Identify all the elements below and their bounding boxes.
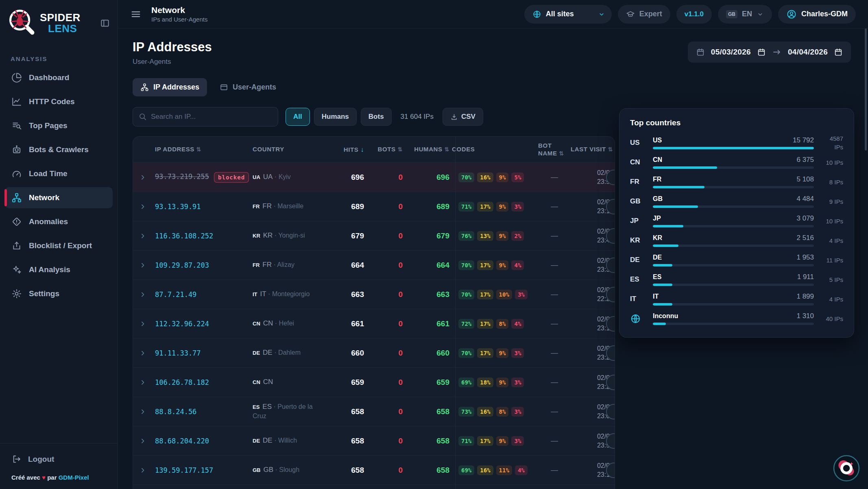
ip-address-link[interactable]: 112.32.96.224 (155, 320, 209, 328)
row-expand-chevron[interactable] (139, 203, 147, 211)
code-badge-redirect: 17% (477, 202, 493, 212)
sidebar-item-top-pages[interactable]: Top Pages (5, 115, 113, 136)
country-code-badge: IT (253, 291, 257, 297)
row-expand-chevron[interactable] (139, 232, 147, 240)
country-cell: DEDE · Dahlem (253, 348, 332, 357)
sidebar-item-label: Load Time (29, 169, 68, 178)
hamburger-menu-icon[interactable] (130, 9, 142, 20)
bot-name-value: — (538, 231, 571, 240)
country-cell: FRFR · Alizay (253, 260, 332, 269)
ip-address-link[interactable]: 106.26.78.182 (155, 378, 209, 386)
bot-name-value: — (538, 202, 571, 211)
country-bar-fill (653, 323, 666, 325)
tab-user-agents[interactable]: User-Agents (212, 78, 284, 96)
row-expand-chevron[interactable] (139, 290, 147, 299)
code-badge-redirect: 17% (477, 436, 493, 446)
country-code-badge: ES (253, 404, 260, 410)
sidebar-item-bots-crawlers[interactable]: Bots & Crawlers (5, 139, 113, 160)
sidebar-item-http-codes[interactable]: HTTP Codes (5, 91, 113, 112)
col-header-bots[interactable]: BOTS⇅ (366, 146, 405, 153)
col-header-ip-address[interactable]: IP ADDRESS⇅ (155, 146, 253, 153)
ip-address-link[interactable]: 91.11.33.77 (155, 349, 201, 357)
sidebar-collapse-icon[interactable] (100, 18, 110, 28)
assistant-floating-button[interactable] (833, 455, 860, 482)
gdm-pixel-link[interactable]: GDM-Pixel (59, 474, 89, 481)
col-header-last-visit[interactable]: LAST VISIT⇅ (571, 146, 614, 153)
ip-address-link[interactable]: 93.13.39.91 (155, 203, 201, 211)
filter-button-humans[interactable]: Humans (314, 108, 357, 126)
calendar-icon[interactable] (834, 48, 843, 57)
country-bar-fill (653, 166, 717, 169)
country-cell: UAUA · Kyiv (253, 172, 332, 181)
ip-address-link[interactable]: 88.8.24.56 (155, 408, 196, 416)
col-header-humans[interactable]: HUMANS⇅ (405, 146, 452, 153)
col-header-hits[interactable]: HITS↓ (332, 146, 366, 154)
country-cell: CNCN · Hefei (253, 319, 332, 328)
country-hits-value: 1 953 (796, 253, 814, 262)
ip-cell: 91.11.33.77 (155, 349, 253, 357)
country-code: IT (260, 290, 266, 298)
row-expand-chevron[interactable] (139, 261, 147, 269)
ip-address-link[interactable]: 88.68.204.220 (155, 437, 209, 445)
col-header-bot-name[interactable]: BOT NAME⇅ (538, 142, 571, 157)
country-cell: DEDE · Willich (253, 436, 332, 445)
codes-cell: 70%17%10%3% (452, 290, 538, 299)
country-name: DE (653, 254, 662, 261)
logout-button[interactable]: Logout (5, 449, 113, 469)
sidebar-item-dashboard[interactable]: Dashboard (5, 67, 113, 88)
sidebar-item-anomalies[interactable]: Anomalies (5, 211, 113, 232)
network-icon (11, 192, 22, 203)
row-expand-chevron[interactable] (139, 320, 147, 328)
city-name: · Montegiorgio (266, 290, 310, 297)
sidebar-item-blocklist-export[interactable]: Blocklist / Export (5, 235, 113, 256)
row-expand-chevron[interactable] (139, 408, 147, 416)
ip-address-link[interactable]: 87.7.21.49 (155, 290, 196, 299)
table-header-row: IP ADDRESS⇅COUNTRYHITS↓BOTS⇅HUMANS⇅CODES… (133, 137, 615, 163)
code-badge-success: 71% (458, 436, 474, 446)
ip-address-link[interactable]: 93.73.219.255 (155, 172, 209, 181)
sidebar-item-load-time[interactable]: Load Time (5, 163, 113, 184)
site-selector[interactable]: All sites (524, 5, 612, 24)
country-bar-track (653, 166, 814, 169)
sparkles-icon (11, 264, 22, 275)
country-code-badge: CN (253, 379, 260, 385)
row-expand-chevron[interactable] (139, 378, 147, 386)
blocked-badge: blocked (214, 172, 249, 183)
filter-button-all[interactable]: All (286, 108, 310, 126)
city-name: · Willich (273, 437, 297, 444)
date-from-field[interactable]: 05/03/2026 (711, 48, 751, 57)
row-expand-chevron[interactable] (139, 349, 147, 357)
date-to-field[interactable]: 04/04/2026 (788, 48, 828, 57)
csv-export-button[interactable]: CSV (443, 108, 483, 126)
browser-icon (220, 83, 228, 92)
sidebar-item-settings[interactable]: Settings (5, 283, 113, 304)
row-expand-chevron[interactable] (139, 466, 147, 474)
search-input[interactable] (133, 107, 278, 127)
row-expand-chevron[interactable] (139, 437, 147, 445)
top-countries-list: USUS15 7924587 IPsCNCN6 37510 IPsFRFR5 1… (630, 134, 843, 327)
bots-value: 0 (366, 290, 405, 299)
ip-cell: 139.59.177.157 (155, 466, 253, 474)
user-menu[interactable]: Charles-GDM (778, 5, 856, 24)
scrollbar-thumb[interactable] (865, 28, 867, 151)
language-selector[interactable]: GB EN (718, 5, 772, 24)
ip-address-link[interactable]: 116.36.108.252 (155, 232, 213, 240)
sidebar-item-ai-analysis[interactable]: AI Analysis (5, 259, 113, 280)
filter-button-bots[interactable]: Bots (361, 108, 392, 126)
code-badge-server-error: 4% (515, 465, 528, 475)
country-row-main: DE1 953 (653, 253, 814, 266)
hits-value: 663 (332, 290, 366, 299)
ip-address-link[interactable]: 109.29.87.203 (155, 261, 209, 269)
tab-label: User-Agents (233, 83, 276, 92)
code-badge-success: 70% (458, 290, 474, 299)
country-bar-track (653, 303, 814, 306)
country-hits-value: 1 911 (797, 273, 814, 281)
main-area: Network IPs and User-Agents All sites Ex… (118, 0, 868, 489)
ip-address-link[interactable]: 139.59.177.157 (155, 466, 213, 474)
calendar-icon[interactable] (757, 48, 766, 57)
row-expand-chevron[interactable] (139, 173, 147, 181)
expert-badge[interactable]: Expert (618, 5, 670, 24)
sidebar-item-network[interactable]: Network (5, 187, 113, 208)
city-name: · Yongin-si (273, 232, 305, 239)
tab-ip-addresses[interactable]: IP Addresses (133, 78, 207, 96)
